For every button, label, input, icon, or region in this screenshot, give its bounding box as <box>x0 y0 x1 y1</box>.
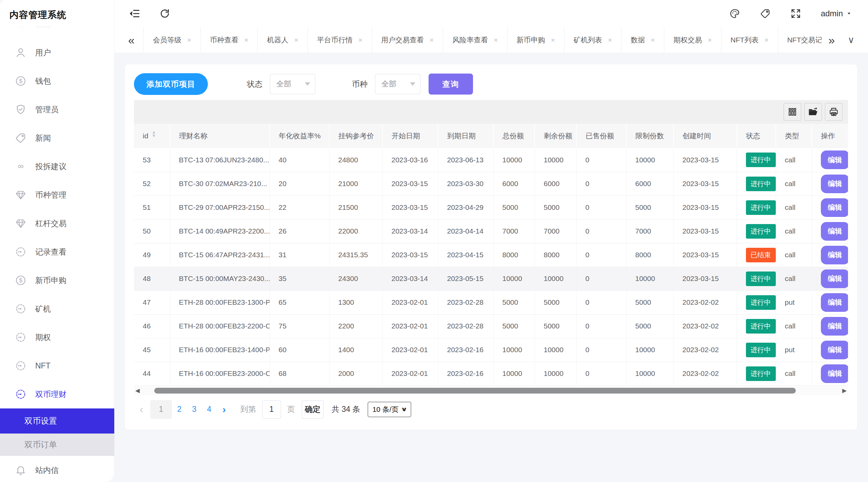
clock-icon <box>15 246 26 258</box>
sidebar-item[interactable]: $ 新币申购 <box>0 266 114 295</box>
tab[interactable]: 会员等级 × <box>144 27 201 53</box>
sidebar-item[interactable]: NFT <box>0 352 114 380</box>
cell-ref-price: 21500 <box>329 196 382 219</box>
close-icon[interactable]: × <box>651 36 655 44</box>
close-icon[interactable]: × <box>494 36 498 44</box>
user-menu[interactable]: admin <box>821 9 852 18</box>
sidebar-item[interactable]: 新闻 <box>0 124 114 152</box>
refresh-icon[interactable] <box>159 8 170 19</box>
scroll-right-icon[interactable]: ▶ <box>842 387 847 394</box>
column-header: 挂钩参考价 ▲▼ <box>329 124 382 148</box>
chevron-down-icon[interactable]: ∨ <box>848 35 854 45</box>
sidebar-item[interactable]: 币种管理 <box>0 181 114 209</box>
sidebar-item[interactable]: 矿机 <box>0 295 114 323</box>
tab[interactable]: NFT列表 × <box>722 27 778 53</box>
tab[interactable]: 新币申购 × <box>508 27 565 53</box>
export-icon[interactable] <box>804 103 822 121</box>
add-project-button[interactable]: 添加双币项目 <box>134 73 208 95</box>
sidebar-subitem[interactable]: 双币设置 <box>0 408 114 434</box>
page-number[interactable]: 3 <box>187 405 202 414</box>
coin-select[interactable]: 全部 <box>375 74 420 94</box>
status-badge: 进行中 <box>746 177 776 191</box>
tab-label: 平台币行情 <box>317 35 353 45</box>
edit-button[interactable]: 编辑 <box>821 317 848 336</box>
status-badge: 进行中 <box>746 366 776 381</box>
column-header: 剩余份额 ▲▼ <box>535 124 576 148</box>
sidebar-item[interactable]: 杠杆交易 <box>0 209 114 238</box>
query-button[interactable]: 查询 <box>429 74 473 95</box>
edit-button[interactable]: 编辑 <box>821 150 848 169</box>
cell-rate: 22 <box>270 196 329 219</box>
close-icon[interactable]: × <box>608 36 612 44</box>
tab[interactable]: 机器人 × <box>258 27 308 53</box>
caret-down-icon <box>305 82 310 86</box>
table-row: 53 BTC-13 07:06JUN23-2480... 40 24800 20… <box>134 148 848 172</box>
page-number[interactable]: 1 <box>150 400 172 419</box>
chevrons-left-icon[interactable]: « <box>128 34 135 46</box>
sidebar-item[interactable]: 站内信 <box>0 456 114 482</box>
tab-label: 期权交易 <box>673 35 702 45</box>
close-icon[interactable]: × <box>551 36 555 44</box>
tab-label: NFT交易记录 <box>787 35 822 45</box>
close-icon[interactable]: × <box>358 36 362 44</box>
columns-icon[interactable] <box>784 103 801 121</box>
sort-icon[interactable]: ▲▼ <box>152 132 156 140</box>
sidebar-subitem[interactable]: 双币订单 <box>0 434 114 456</box>
edit-button[interactable]: 编辑 <box>821 175 848 193</box>
cell-rate: 68 <box>270 362 329 385</box>
close-icon[interactable]: × <box>244 36 248 44</box>
tab[interactable]: 用户交易查看 × <box>372 27 443 53</box>
page-size-select[interactable]: 10 条/页 ∨ <box>368 402 411 417</box>
sidebar-item[interactable]: 双币理财 <box>0 380 114 408</box>
confirm-button[interactable]: 确定 <box>302 400 323 419</box>
edit-button[interactable]: 编辑 <box>821 341 848 359</box>
menu-fold-icon[interactable] <box>130 8 140 19</box>
sidebar-item[interactable]: ∞ 投拆建议 <box>0 152 114 181</box>
next-page-icon[interactable]: › <box>217 404 232 415</box>
tag-icon[interactable] <box>760 8 771 19</box>
sidebar-item[interactable]: $ 钱包 <box>0 67 114 95</box>
tab[interactable]: 平台币行情 × <box>308 27 372 53</box>
edit-button[interactable]: 编辑 <box>821 293 848 312</box>
status-select[interactable]: 全部 <box>270 74 315 94</box>
edit-button[interactable]: 编辑 <box>821 269 848 288</box>
tab[interactable]: 期权交易 × <box>664 27 721 53</box>
tab[interactable]: 数据 × <box>622 27 664 53</box>
cell-end-date: 2023-02-16 <box>438 362 493 385</box>
coin-filter-label: 币种 <box>352 79 368 89</box>
edit-button[interactable]: 编辑 <box>821 222 848 241</box>
sidebar-item[interactable]: 管理员 <box>0 95 114 124</box>
tab[interactable]: NFT交易记录 × <box>778 27 822 53</box>
close-icon[interactable]: × <box>708 36 712 44</box>
page-number[interactable]: 4 <box>202 405 217 414</box>
tab[interactable]: 矿机列表 × <box>565 27 622 53</box>
print-icon[interactable] <box>825 103 843 121</box>
goto-page-input[interactable] <box>262 400 281 419</box>
prev-page-icon[interactable]: ‹ <box>134 403 149 416</box>
close-icon[interactable]: × <box>294 36 298 44</box>
cell-limit: 5000 <box>626 314 673 338</box>
edit-button[interactable]: 编辑 <box>821 198 848 217</box>
page-number[interactable]: 2 <box>172 405 187 414</box>
sidebar-item[interactable]: 期权 <box>0 323 114 352</box>
fullscreen-icon[interactable] <box>790 8 801 19</box>
cell-remain: 10000 <box>535 148 576 172</box>
palette-icon[interactable] <box>729 8 740 19</box>
close-icon[interactable]: × <box>764 36 768 44</box>
tab-label: 矿机列表 <box>574 35 602 45</box>
scroll-left-icon[interactable]: ◀ <box>135 387 140 394</box>
tab[interactable]: 币种查看 × <box>201 27 258 53</box>
tab[interactable]: 风险率查看 × <box>443 27 507 53</box>
sidebar-subitem-label: 双币设置 <box>24 416 57 426</box>
chevrons-right-icon[interactable]: » <box>828 34 835 46</box>
sidebar-subitem-label: 双币订单 <box>24 439 57 450</box>
cell-id: 49 <box>134 243 170 267</box>
close-icon[interactable]: × <box>187 36 191 44</box>
cell-start-date: 2023-03-15 <box>382 196 438 219</box>
header-row: admin <box>115 0 868 27</box>
sidebar-item[interactable]: 记录查看 <box>0 238 114 266</box>
edit-button[interactable]: 编辑 <box>821 364 848 383</box>
close-icon[interactable]: × <box>430 36 434 44</box>
scrollbar-thumb[interactable] <box>154 388 796 394</box>
edit-button[interactable]: 编辑 <box>821 246 848 264</box>
